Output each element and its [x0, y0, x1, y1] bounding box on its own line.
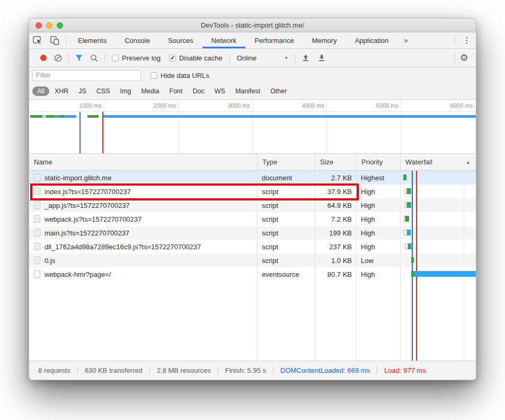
type-filter-xhr[interactable]: XHR — [50, 86, 73, 96]
checkbox-box[interactable] — [150, 72, 157, 79]
type-filter-media[interactable]: Media — [136, 86, 164, 96]
column-header-type[interactable]: Type — [257, 154, 315, 170]
timeline-gridline — [401, 100, 401, 153]
requests-table-header: Name Type Size Priority Waterfall ▲ — [29, 154, 476, 171]
waterfall-segment-blue — [410, 243, 412, 249]
throttling-select[interactable]: Online ▾ — [237, 54, 288, 62]
network-request-row[interactable]: index.js?ts=1572270700237script37.9 KBHi… — [29, 185, 476, 198]
devtools-tabbar: ElementsConsoleSourcesNetworkPerformance… — [29, 32, 476, 49]
request-type-cell: script — [257, 188, 315, 196]
tab-elements[interactable]: Elements — [69, 32, 116, 48]
column-header-waterfall[interactable]: Waterfall ▲ — [400, 154, 476, 170]
clear-icon — [54, 54, 62, 62]
waterfall-segment-green — [405, 216, 409, 222]
column-header-name[interactable]: Name — [29, 154, 257, 170]
inspect-cursor-icon — [33, 36, 43, 45]
hide-data-urls-checkbox[interactable]: Hide data URLs — [150, 72, 209, 80]
tab-application[interactable]: Application — [346, 32, 398, 48]
waterfall-segment-blue — [407, 230, 411, 235]
network-request-row[interactable]: webpack-hmr?page=/eventsource80.7 KBHigh — [29, 267, 476, 281]
request-name: webpack.js?ts=1572270700237 — [45, 215, 141, 223]
record-network-log-button[interactable] — [40, 55, 47, 61]
devtools-menu-button[interactable]: ⋮ — [458, 32, 476, 48]
request-type-cell: script — [257, 215, 315, 223]
waterfall-segment-blue — [414, 271, 476, 277]
overview-waterfall-segment — [87, 115, 99, 118]
type-filter-other[interactable]: Other — [265, 86, 291, 96]
network-settings-button[interactable]: ⚙ — [460, 52, 468, 64]
overview-waterfall-segment — [30, 115, 42, 118]
network-request-row[interactable]: webpack.js?ts=1572270700237script7.2 KBH… — [29, 212, 476, 226]
export-har-button[interactable] — [317, 54, 326, 62]
waterfall-bar — [404, 216, 409, 222]
type-filter-manifest[interactable]: Manifest — [231, 86, 265, 96]
waterfall-bar — [411, 257, 414, 263]
resource-icon — [34, 270, 40, 278]
checkbox-box[interactable] — [112, 55, 119, 62]
minimize-window-button[interactable] — [46, 22, 52, 29]
tab-sources[interactable]: Sources — [159, 32, 202, 48]
request-type-cell: script — [257, 243, 315, 251]
waterfall-bar — [405, 202, 411, 208]
column-header-priority[interactable]: Priority — [356, 154, 400, 170]
timeline-gridline — [475, 100, 475, 153]
zoom-window-button[interactable] — [57, 22, 63, 29]
record-icon — [40, 55, 47, 61]
status-item: 2.8 MB resources — [150, 366, 218, 374]
column-header-size[interactable]: Size — [315, 154, 356, 170]
timeline-tick-label: 6000 ms — [433, 102, 473, 109]
preserve-log-label: Preserve log — [122, 54, 161, 62]
network-request-row[interactable]: main.js?ts=1572270700237script199 KBHigh — [29, 226, 476, 240]
search-button[interactable] — [90, 54, 98, 62]
divider — [295, 54, 295, 63]
type-filter-font[interactable]: Font — [165, 86, 188, 96]
type-filter-all[interactable]: All — [32, 86, 49, 96]
divider — [66, 36, 66, 45]
request-name: dll_1762a4d98a7289ec16c9.js?ts=157227070… — [45, 243, 201, 251]
request-type-cell: document — [257, 174, 315, 182]
chevron-down-icon: ▾ — [285, 55, 288, 60]
type-filter-doc[interactable]: Doc — [188, 86, 209, 96]
disable-cache-checkbox[interactable]: Disable cache — [169, 54, 223, 62]
network-overview[interactable]: 1000 ms2000 ms3000 ms4000 ms5000 ms6000 … — [29, 100, 476, 154]
waterfall-segment-green — [403, 174, 406, 180]
checkbox-box[interactable] — [169, 55, 176, 62]
tabbar-right: ⋮ — [452, 32, 476, 48]
divider — [68, 54, 69, 63]
type-filter-ws[interactable]: WS — [210, 86, 230, 96]
tab-memory[interactable]: Memory — [303, 32, 346, 48]
request-priority-cell: High — [356, 270, 400, 278]
tab-console[interactable]: Console — [116, 32, 159, 48]
network-request-row[interactable]: 0.jsscript1.0 KBLow — [29, 253, 476, 267]
request-name-cell: index.js?ts=1572270700237 — [29, 188, 257, 196]
network-request-row[interactable]: _app.js?ts=1572270700237script64.9 KBHig… — [29, 198, 476, 212]
waterfall-bar — [404, 230, 411, 235]
tab-network[interactable]: Network — [202, 32, 246, 48]
page: DevTools - static-import.glitch.me/ — [0, 0, 505, 420]
type-filter-css[interactable]: CSS — [92, 86, 115, 96]
waterfall-bar — [405, 243, 412, 249]
type-filter-img[interactable]: Img — [116, 86, 136, 96]
import-har-button[interactable] — [302, 54, 310, 62]
close-window-button[interactable] — [36, 22, 42, 29]
status-item: Finish: 5.95 s — [218, 366, 273, 374]
preserve-log-checkbox[interactable]: Preserve log — [112, 54, 161, 62]
filter-toggle-button[interactable] — [75, 55, 83, 62]
upload-icon — [302, 54, 310, 62]
tab-performance[interactable]: Performance — [245, 32, 303, 48]
divider — [455, 36, 455, 45]
status-item: Load: 977 ms — [377, 366, 433, 374]
file-icon — [34, 174, 40, 181]
type-filter-js[interactable]: JS — [74, 86, 91, 96]
request-priority-cell: High — [356, 229, 400, 237]
device-toolbar-button[interactable] — [46, 32, 63, 48]
request-type-cell: script — [257, 202, 315, 209]
timeline-gridline — [252, 100, 253, 153]
network-request-row[interactable]: dll_1762a4d98a7289ec16c9.js?ts=157227070… — [29, 240, 476, 253]
filter-input[interactable] — [32, 70, 141, 81]
more-tabs-button[interactable]: » — [397, 32, 414, 48]
waterfall-bar — [403, 174, 406, 180]
clear-network-log-button[interactable] — [54, 54, 62, 62]
network-request-row[interactable]: static-import.glitch.medocument2.7 KBHig… — [29, 171, 476, 185]
inspect-element-button[interactable] — [29, 32, 46, 48]
